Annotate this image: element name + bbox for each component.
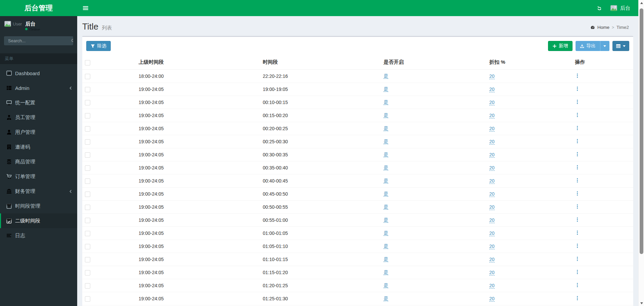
- enabled-edit-link[interactable]: 是: [384, 152, 388, 157]
- row-checkbox[interactable]: [85, 139, 90, 145]
- enabled-edit-link[interactable]: 是: [384, 269, 388, 275]
- row-checkbox[interactable]: [85, 283, 90, 289]
- discount-edit-link[interactable]: 20: [489, 126, 495, 132]
- discount-edit-link[interactable]: 20: [489, 231, 495, 236]
- row-actions-button[interactable]: [575, 204, 580, 209]
- row-actions-button[interactable]: [575, 125, 580, 131]
- discount-edit-link[interactable]: 20: [489, 296, 495, 302]
- row-actions-button[interactable]: [575, 283, 580, 288]
- sidebar-item-sub-period[interactable]: 二级时间段: [0, 213, 77, 228]
- row-checkbox[interactable]: [85, 74, 90, 79]
- search-button[interactable]: [71, 36, 73, 45]
- row-actions-button[interactable]: [575, 191, 580, 196]
- row-actions-button[interactable]: [575, 256, 580, 261]
- enabled-edit-link[interactable]: 是: [384, 139, 388, 144]
- columns-dropdown-button[interactable]: [612, 41, 629, 51]
- sidebar-item-product-mgmt[interactable]: 商品管理: [0, 154, 77, 169]
- row-checkbox[interactable]: [85, 205, 90, 210]
- row-actions-button[interactable]: [575, 99, 580, 104]
- row-actions-button[interactable]: [575, 86, 580, 91]
- sidebar-toggle-button[interactable]: [77, 0, 94, 16]
- export-dropdown-button[interactable]: [600, 41, 609, 51]
- enabled-edit-link[interactable]: 是: [384, 86, 388, 92]
- row-actions-button[interactable]: [575, 217, 580, 222]
- enabled-edit-link[interactable]: 是: [384, 230, 388, 236]
- row-actions-button[interactable]: [575, 296, 580, 301]
- row-checkbox[interactable]: [85, 113, 90, 118]
- discount-edit-link[interactable]: 20: [489, 73, 495, 79]
- discount-edit-link[interactable]: 20: [489, 244, 495, 249]
- row-checkbox[interactable]: [85, 165, 90, 171]
- sidebar-item-staff-mgmt[interactable]: 员工管理: [0, 110, 77, 125]
- discount-edit-link[interactable]: 20: [489, 152, 495, 158]
- row-checkbox[interactable]: [85, 296, 90, 302]
- row-checkbox[interactable]: [85, 152, 90, 158]
- row-checkbox[interactable]: [85, 87, 90, 92]
- row-checkbox[interactable]: [85, 178, 90, 184]
- discount-edit-link[interactable]: 20: [489, 283, 495, 289]
- row-checkbox[interactable]: [85, 100, 90, 105]
- enabled-edit-link[interactable]: 是: [384, 256, 388, 262]
- row-checkbox[interactable]: [85, 218, 90, 223]
- row-checkbox[interactable]: [85, 270, 90, 275]
- sidebar-item-admin[interactable]: Admin: [0, 81, 77, 95]
- discount-edit-link[interactable]: 20: [489, 113, 495, 118]
- row-checkbox[interactable]: [85, 192, 90, 197]
- sidebar-item-dashboard[interactable]: Dashboard: [0, 66, 77, 81]
- sidebar-item-logs[interactable]: 日志: [0, 228, 77, 243]
- enabled-edit-link[interactable]: 是: [384, 99, 388, 105]
- enabled-edit-link[interactable]: 是: [384, 112, 388, 118]
- select-all-checkbox[interactable]: [85, 60, 90, 65]
- enabled-edit-link[interactable]: 是: [384, 178, 388, 184]
- enabled-edit-link[interactable]: 是: [384, 125, 388, 131]
- add-button[interactable]: 新增: [548, 41, 573, 51]
- discount-edit-link[interactable]: 20: [489, 178, 495, 184]
- scrollbar-thumb[interactable]: [640, 8, 643, 254]
- export-button[interactable]: 导出: [576, 41, 600, 51]
- discount-edit-link[interactable]: 20: [489, 100, 495, 105]
- enabled-edit-link[interactable]: 是: [384, 73, 388, 79]
- row-checkbox[interactable]: [85, 257, 90, 262]
- discount-edit-link[interactable]: 20: [489, 87, 495, 92]
- row-actions-button[interactable]: [575, 243, 580, 248]
- row-actions-button[interactable]: [575, 139, 580, 144]
- sidebar-item-period-mgmt[interactable]: 时间段管理: [0, 199, 77, 213]
- refresh-button[interactable]: [592, 0, 607, 16]
- discount-edit-link[interactable]: 20: [489, 217, 495, 223]
- discount-edit-link[interactable]: 20: [489, 257, 495, 262]
- discount-edit-link[interactable]: 20: [489, 270, 495, 275]
- brand-logo[interactable]: 后台管理: [0, 0, 77, 16]
- enabled-edit-link[interactable]: 是: [384, 204, 388, 210]
- sidebar-item-user-mgmt[interactable]: 用户管理: [0, 125, 77, 140]
- enabled-edit-link[interactable]: 是: [384, 165, 388, 170]
- filter-button[interactable]: 筛选: [86, 41, 111, 51]
- sidebar-item-order-mgmt[interactable]: 订单管理: [0, 169, 77, 184]
- enabled-edit-link[interactable]: 是: [384, 243, 388, 249]
- row-checkbox[interactable]: [85, 244, 90, 249]
- discount-edit-link[interactable]: 20: [489, 139, 495, 145]
- sidebar-item-invite-code[interactable]: 邀请码: [0, 140, 77, 154]
- enabled-edit-link[interactable]: 是: [384, 283, 388, 288]
- row-actions-button[interactable]: [575, 230, 580, 235]
- row-actions-button[interactable]: [575, 152, 580, 157]
- row-checkbox[interactable]: [85, 231, 90, 236]
- row-actions-button[interactable]: [575, 178, 580, 183]
- user-menu-button[interactable]: 后台: [607, 0, 634, 16]
- enabled-edit-link[interactable]: 是: [384, 217, 388, 223]
- scrollbar-down-button[interactable]: [639, 300, 644, 306]
- discount-edit-link[interactable]: 20: [489, 191, 495, 197]
- discount-edit-link[interactable]: 20: [489, 165, 495, 171]
- sidebar-item-finance-mgmt[interactable]: 财务管理: [0, 184, 77, 199]
- row-actions-button[interactable]: [575, 165, 580, 170]
- row-actions-button[interactable]: [575, 73, 580, 78]
- sidebar-item-unified-config[interactable]: 统一配置: [0, 95, 77, 110]
- search-input[interactable]: [4, 36, 71, 45]
- discount-edit-link[interactable]: 20: [489, 204, 495, 210]
- breadcrumb-home-link[interactable]: Home: [597, 25, 609, 30]
- enabled-edit-link[interactable]: 是: [384, 296, 388, 301]
- scrollbar-up-button[interactable]: [639, 0, 644, 6]
- row-checkbox[interactable]: [85, 126, 90, 132]
- enabled-edit-link[interactable]: 是: [384, 191, 388, 197]
- row-actions-button[interactable]: [575, 269, 580, 274]
- row-actions-button[interactable]: [575, 112, 580, 117]
